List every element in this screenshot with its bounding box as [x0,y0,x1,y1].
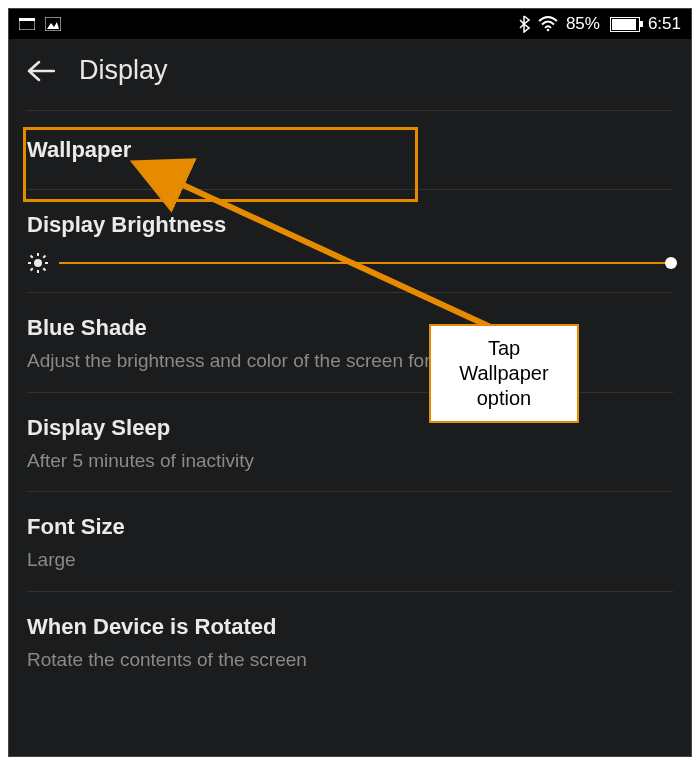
svg-line-11 [43,268,45,270]
wifi-icon [538,16,558,32]
clock-time: 6:51 [648,14,681,34]
item-subtitle: After 5 minutes of inactivity [27,449,673,474]
settings-header: Display [9,39,691,110]
setting-item-brightness[interactable]: Display Brightness [27,190,673,293]
item-title: Wallpaper [27,137,673,163]
notification-image-icon [45,17,61,31]
svg-line-13 [43,256,45,258]
svg-rect-1 [19,18,35,21]
item-title: Font Size [27,514,673,540]
svg-line-10 [31,256,33,258]
brightness-low-icon [27,252,49,274]
setting-item-rotation[interactable]: When Device is Rotated Rotate the conten… [27,592,673,691]
item-subtitle: Rotate the contents of the screen [27,648,673,673]
item-title: Display Brightness [27,212,673,238]
status-bar: 85% 6:51 [9,9,691,39]
battery-icon [610,17,640,32]
back-arrow-icon[interactable] [27,60,55,82]
svg-line-12 [31,268,33,270]
item-subtitle: Large [27,548,673,573]
battery-percent: 85% [566,14,600,34]
brightness-slider[interactable] [59,262,671,264]
page-title: Display [79,55,168,86]
svg-point-4 [547,29,550,32]
item-title: When Device is Rotated [27,614,673,640]
notification-window-icon [19,18,35,30]
slider-thumb[interactable] [665,257,677,269]
annotation-callout: Tap Wallpaper option [429,324,579,423]
settings-list: Wallpaper Display Brightness Blue Shade … [9,110,691,691]
setting-item-wallpaper[interactable]: Wallpaper [27,110,673,190]
callout-text: Tap Wallpaper option [459,337,548,409]
svg-point-5 [34,259,42,267]
svg-marker-3 [47,22,59,29]
bluetooth-icon [519,15,530,33]
setting-item-font-size[interactable]: Font Size Large [27,492,673,592]
